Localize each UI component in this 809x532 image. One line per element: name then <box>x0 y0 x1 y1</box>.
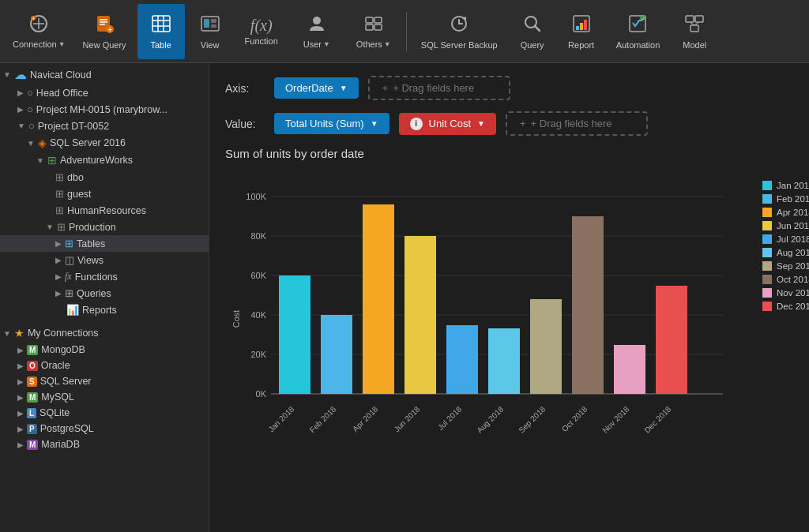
sidebar-oracle[interactable]: ▶ O Oracle <box>0 358 209 373</box>
queries-icon: ⊞ <box>65 287 73 299</box>
svg-text:Dec 2018: Dec 2018 <box>642 404 672 434</box>
sidebar-adventure-works[interactable]: ▼ ⊞ AdventureWorks <box>0 152 209 169</box>
sidebar-mariadb[interactable]: ▶ M MariaDB <box>0 436 209 452</box>
sidebar-navicat-cloud[interactable]: ▼ ☁ Navicat Cloud <box>0 63 209 84</box>
functions-icon: fx <box>65 271 72 283</box>
mysql-icon: M <box>27 392 38 403</box>
bar-nov <box>614 345 645 394</box>
mongodb-arrow: ▶ <box>17 346 24 354</box>
mariadb-arrow: ▶ <box>17 440 24 449</box>
sidebar-dbo[interactable]: ⊞ dbo <box>0 169 209 185</box>
human-resources-icon: ⊞ <box>55 204 64 216</box>
toolbar-new-query[interactable]: + New Query <box>73 4 136 59</box>
toolbar-query[interactable]: Query <box>509 4 556 59</box>
sidebar-functions[interactable]: ▶ fx Functions <box>0 268 209 285</box>
sidebar-sql-server2[interactable]: ▶ S SQL Server <box>0 373 209 389</box>
report-label: Report <box>568 40 594 50</box>
svg-text:✓: ✓ <box>642 16 645 21</box>
value-drag-label: + Drag fields here <box>531 118 612 129</box>
head-office-arrow: ▶ <box>17 88 24 97</box>
sidebar-queries[interactable]: ▶ ⊞ Queries <box>0 285 209 302</box>
legend-label-apr: Apr 2018 <box>777 208 809 217</box>
sidebar-sql-server[interactable]: ▼ ◈ SQL Server 2016 <box>0 134 209 152</box>
sidebar-human-resources[interactable]: ⊞ HumanResources <box>0 202 209 219</box>
svg-text:Jun 2018: Jun 2018 <box>393 404 422 433</box>
production-label: Production <box>69 222 116 233</box>
sidebar-mongodb[interactable]: ▶ M MongoDB <box>0 342 209 358</box>
bar-sep <box>530 299 562 394</box>
toolbar-others[interactable]: Others ▼ <box>346 4 401 59</box>
mariadb-icon: M <box>27 440 38 450</box>
toolbar-user[interactable]: User ▼ <box>289 4 344 59</box>
value-drag-box[interactable]: + + Drag fields here <box>506 111 648 136</box>
legend-color-feb <box>762 194 772 204</box>
toolbar-function[interactable]: f(x) Function <box>235 4 288 59</box>
sidebar-reports[interactable]: 📊 Reports <box>0 302 209 318</box>
views-icon: ◫ <box>65 254 74 266</box>
toolbar-connection[interactable]: + Connection ▼ <box>6 4 72 59</box>
svg-rect-35 <box>686 16 694 22</box>
value-dropdown-1[interactable]: Total Units (Sum) ▼ <box>274 113 389 134</box>
legend-item-feb: Feb 2018 <box>762 194 809 204</box>
svg-text:Nov 2018: Nov 2018 <box>600 404 630 434</box>
sidebar-project-dt[interactable]: ▼ ○ Project DT-0052 <box>0 118 209 134</box>
sidebar-project-mh[interactable]: ▶ ○ Project MH-0015 (marybrow... <box>0 101 209 118</box>
function-label: Function <box>245 36 278 46</box>
toolbar-model[interactable]: Model <box>671 4 718 59</box>
axis-drag-label: + Drag fields here <box>393 82 474 94</box>
sidebar-tables[interactable]: ▶ ⊞ Tables <box>0 235 209 252</box>
svg-text:Sep 2018: Sep 2018 <box>517 404 547 434</box>
sql-server-icon: ◈ <box>38 137 47 149</box>
new-query-label: New Query <box>83 40 126 50</box>
mongodb-label: MongoDB <box>41 344 85 355</box>
sidebar-postgresql[interactable]: ▶ P PostgreSQL <box>0 421 209 436</box>
legend-item-dec: Dec 2018 <box>762 302 809 311</box>
bar-jun <box>404 236 436 394</box>
bar-aug <box>488 328 520 394</box>
legend-item-jun: Jun 2018 <box>762 221 809 230</box>
project-dt-label: Project DT-0052 <box>38 121 109 132</box>
value-dropdown-2[interactable]: i Unit Cost ▼ <box>399 113 496 135</box>
toolbar-automation[interactable]: ✓ Automation <box>607 4 670 59</box>
sidebar-views[interactable]: ▶ ◫ Views <box>0 252 209 268</box>
svg-text:0K: 0K <box>256 389 267 399</box>
others-label: Others <box>356 39 382 49</box>
adventure-works-icon: ⊞ <box>47 154 57 167</box>
sidebar-head-office[interactable]: ▶ ○ Head Office <box>0 84 209 101</box>
toolbar: + Connection ▼ + New Query <box>0 0 809 63</box>
toolbar-report[interactable]: Report <box>558 4 605 59</box>
svg-text:+: + <box>32 15 36 22</box>
legend-label-jun: Jun 2018 <box>777 221 809 230</box>
tables-label: Tables <box>77 238 105 249</box>
navicat-cloud-label: Navicat Cloud <box>30 69 92 81</box>
oracle-label: Oracle <box>41 360 70 371</box>
toolbar-table[interactable]: Table <box>137 4 185 59</box>
svg-rect-24 <box>374 24 382 30</box>
connection-label: Connection <box>13 39 57 49</box>
reports-label: Reports <box>82 305 117 316</box>
legend-label-sep: Sep 2018 <box>777 261 809 271</box>
function-icon: f(x) <box>250 17 273 33</box>
sidebar-mysql[interactable]: ▶ M MySQL <box>0 389 209 405</box>
sidebar-production[interactable]: ▼ ⊞ Production <box>0 219 209 235</box>
table-icon <box>151 13 171 37</box>
value-field-1: Total Units (Sum) <box>285 118 364 129</box>
sidebar-my-connections[interactable]: ▼ ★ My Connections <box>0 323 209 342</box>
sidebar-guest[interactable]: ⊞ guest <box>0 185 209 202</box>
axis-drag-box[interactable]: + + Drag fields here <box>368 76 510 100</box>
toolbar-sql-backup[interactable]: SQL Server Backup <box>412 4 507 59</box>
legend-color-dec <box>762 302 772 311</box>
sidebar-sqlite[interactable]: ▶ L SQLite <box>0 405 209 421</box>
view-label: View <box>201 40 220 50</box>
postgresql-label: PostgreSQL <box>40 423 94 434</box>
project-dt-icon: ○ <box>28 120 35 132</box>
legend-color-jun <box>762 221 772 230</box>
production-icon: ⊞ <box>57 221 66 233</box>
legend-label-nov: Nov 2018 <box>777 288 809 298</box>
axis-dropdown[interactable]: OrderDate ▼ <box>274 77 359 99</box>
svg-text:Aug 2018: Aug 2018 <box>475 404 505 434</box>
bar-jan <box>279 275 310 394</box>
functions-arrow: ▶ <box>55 272 62 281</box>
toolbar-view[interactable]: View <box>186 4 234 59</box>
user-icon <box>307 13 327 37</box>
